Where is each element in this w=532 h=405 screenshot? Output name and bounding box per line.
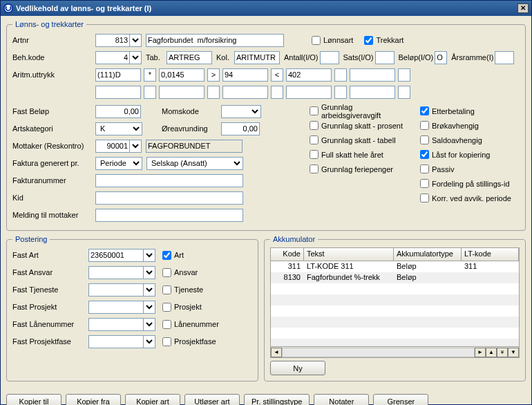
artskategori-select[interactable]: K (95, 122, 142, 135)
fakturanr-input[interactable] (95, 174, 243, 187)
oreavrunding-input[interactable] (221, 122, 260, 135)
brokavhengig-checkbox[interactable] (420, 121, 429, 130)
aritm-p4[interactable] (286, 68, 332, 82)
akktype-header[interactable]: Akkumulatortype (394, 248, 462, 261)
mottaker-input[interactable] (95, 140, 130, 153)
fastart-chk-row[interactable]: Art (162, 249, 184, 261)
aritm-op4[interactable] (334, 68, 347, 82)
kopier-til-button[interactable]: Kopier til (6, 394, 61, 405)
momskode-select[interactable] (221, 105, 261, 118)
tab-input[interactable] (167, 51, 212, 64)
nav-last-icon[interactable]: ¥ (497, 348, 508, 357)
fastlaan-input[interactable] (88, 318, 144, 331)
ltkode-header[interactable]: LT-kode (462, 248, 519, 261)
lonnsart-checkbox-row[interactable]: Lønnsart (312, 35, 353, 46)
nav-down-icon[interactable]: ▼ (508, 348, 519, 357)
aritm-op3[interactable] (271, 68, 283, 82)
fastart-dropdown[interactable] (143, 249, 155, 262)
fastart-checkbox[interactable] (162, 251, 171, 260)
fastbelop-input[interactable] (95, 105, 141, 118)
fastfase-input[interactable] (88, 335, 144, 348)
hscroll[interactable]: ◄ ► ▲ ¥ ▼ (271, 346, 519, 357)
nav-first-icon[interactable]: ▲ (486, 348, 497, 357)
sats-input[interactable] (375, 51, 395, 64)
fakturagen-select[interactable]: Periode (95, 157, 142, 170)
fastprosjekt-chk-row[interactable]: Prosjekt (162, 301, 202, 313)
aritm-p5[interactable] (350, 68, 395, 82)
grunnlag-skatt-pros-checkbox[interactable] (310, 121, 319, 130)
saldoavhengig-checkbox[interactable] (420, 135, 429, 144)
passiv-row[interactable]: Passiv (420, 163, 520, 175)
aritm-r2-p2[interactable] (159, 86, 205, 99)
kopier-art-button[interactable]: Kopier art (125, 394, 180, 405)
saldoavhengig-row[interactable]: Saldoavhengig (420, 134, 520, 146)
tekst-header[interactable]: Tekst (304, 248, 394, 261)
aritm-r2-p1[interactable] (95, 86, 141, 99)
brokavhengig-row[interactable]: Brøkavhengig (420, 120, 520, 131)
korr-avvik-row[interactable]: Korr. ved avvik. periode (420, 192, 520, 204)
aritm-op1[interactable] (144, 68, 156, 82)
aritm-r2-op4[interactable] (334, 86, 347, 99)
fastprosjekt-input[interactable] (88, 301, 144, 314)
fastlaan-checkbox[interactable] (162, 320, 171, 329)
laast-checkbox[interactable] (420, 150, 429, 159)
aritm-p1[interactable] (95, 68, 141, 82)
fordeling-checkbox[interactable] (420, 179, 429, 188)
artnr-input[interactable] (95, 34, 130, 47)
kid-input[interactable] (95, 191, 243, 205)
grunnlag-skatt-pros-row[interactable]: Grunnlag skatt - prosent (310, 120, 413, 131)
aritm-r2-op2[interactable] (207, 86, 220, 99)
fastprosjekt-checkbox[interactable] (162, 303, 171, 312)
antall-input[interactable] (320, 51, 339, 64)
trekkart-checkbox-row[interactable]: Trekkart (364, 35, 403, 46)
aritm-p2[interactable] (159, 68, 205, 82)
aritm-r2-p5[interactable] (350, 86, 395, 99)
artnr-desc-input[interactable] (146, 34, 284, 47)
aritm-r2-p3[interactable] (222, 86, 268, 99)
artnr-dropdown[interactable] (129, 34, 142, 47)
grunnlag-arb-checkbox[interactable] (310, 106, 319, 115)
aritm-r2-op5[interactable] (398, 86, 410, 99)
behkode-dropdown[interactable] (129, 51, 142, 64)
full-skatt-row[interactable]: Full skatt hele året (310, 149, 413, 160)
mottaker-dropdown[interactable] (129, 140, 142, 153)
grunnlag-skatt-tab-checkbox[interactable] (310, 135, 319, 144)
fordeling-row[interactable]: Fordeling på stillings-id (420, 178, 520, 189)
ny-button[interactable]: Ny (270, 361, 325, 375)
grunnlag-ferie-checkbox[interactable] (310, 164, 319, 173)
grunnlag-arb-row[interactable]: Grunnlag arbeidsgiveravgift (310, 105, 413, 117)
fakturagen-select2[interactable]: Selskap (Ansatt) (146, 157, 243, 170)
fasttjeneste-checkbox[interactable] (162, 285, 171, 294)
fastansvar-checkbox[interactable] (162, 268, 171, 277)
aritm-op2[interactable] (207, 68, 220, 82)
fastansvar-dropdown[interactable] (143, 266, 155, 279)
korr-avvik-checkbox[interactable] (420, 194, 429, 202)
fastlaan-chk-row[interactable]: Lånenummer (162, 319, 219, 330)
aritm-r2-op3[interactable] (271, 86, 283, 99)
fastfase-chk-row[interactable]: Prosjektfase (162, 336, 216, 348)
arsramme-input[interactable] (495, 51, 514, 64)
aritm-p3[interactable] (222, 68, 268, 82)
akk-tbody[interactable]: 311 LT-KODE 311 Beløp 311 8130 Fagforbun… (271, 261, 519, 346)
fastart-input[interactable] (88, 249, 144, 262)
grunnlag-ferie-row[interactable]: Grunnlag feriepenger (310, 163, 413, 175)
close-button[interactable]: ✕ (517, 3, 529, 13)
fasttjeneste-chk-row[interactable]: Tjeneste (162, 284, 203, 296)
melding-input[interactable] (95, 209, 243, 222)
trekkart-checkbox[interactable] (364, 36, 373, 45)
fasttjeneste-dropdown[interactable] (143, 283, 155, 296)
fastprosjekt-dropdown[interactable] (143, 301, 155, 314)
scroll-right-icon[interactable]: ► (475, 348, 486, 357)
aritm-op5[interactable] (398, 68, 410, 82)
fastfase-dropdown[interactable] (143, 335, 155, 348)
passiv-checkbox[interactable] (420, 164, 429, 173)
kopier-fra-button[interactable]: Kopier fra (66, 394, 121, 405)
notater-button[interactable]: Notater (314, 394, 369, 405)
belop-input[interactable] (435, 51, 447, 64)
grunnlag-skatt-tab-row[interactable]: Grunnlag skatt - tabell (310, 134, 413, 146)
lonnsart-checkbox[interactable] (312, 36, 321, 45)
etterbetaling-checkbox[interactable] (420, 106, 429, 115)
kode-header[interactable]: Kode (271, 248, 304, 261)
fastfase-checkbox[interactable] (162, 337, 171, 346)
fastansvar-chk-row[interactable]: Ansvar (162, 267, 198, 279)
